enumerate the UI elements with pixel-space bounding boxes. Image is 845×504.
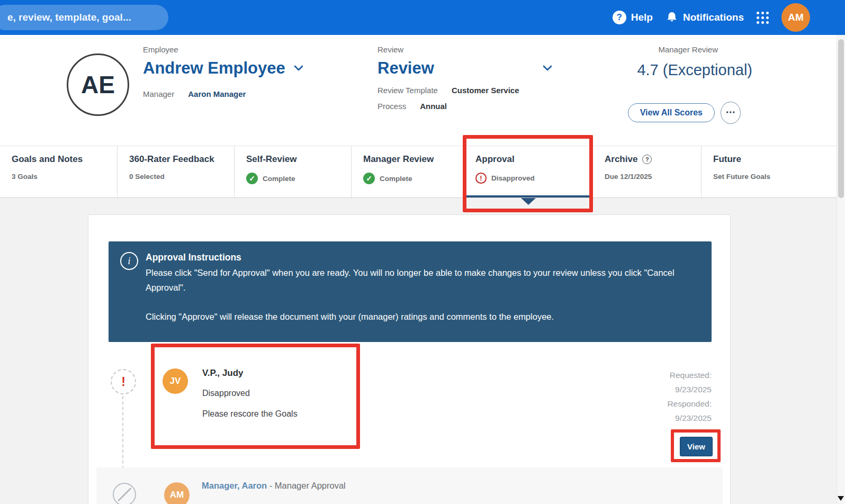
help-icon: ?: [613, 11, 626, 24]
search-input[interactable]: [0, 5, 168, 30]
review-header: AE Employee Andrew Employee Manager Aaro…: [0, 35, 845, 146]
timeline-pending-node: [113, 483, 136, 504]
manager-approval-line: Manager, Aaron - Manager Approval: [202, 481, 346, 491]
tab-goals-and-notes[interactable]: Goals and Notes 3 Goals: [0, 146, 118, 197]
approval-panel: i Approval Instructions Please click "Se…: [88, 214, 731, 504]
info-icon: i: [120, 252, 138, 270]
approval-dates: Requested: 9/23/2025 Responded: 9/23/202…: [667, 368, 712, 425]
view-button[interactable]: View: [680, 437, 713, 456]
review-template-label: Review Template: [377, 86, 438, 95]
employee-label: Employee: [143, 45, 303, 54]
more-options-button[interactable]: ⋯: [721, 102, 741, 124]
complete-check-icon: ✓: [363, 173, 375, 184]
overall-score: 4.7 (Exceptional): [637, 61, 752, 79]
review-title[interactable]: Review: [377, 59, 434, 78]
instructions-paragraph-1: Please click "Send for Approval" when yo…: [146, 265, 688, 295]
approver-avatar: JV: [163, 368, 188, 394]
manager-approval-suffix: - Manager Approval: [267, 481, 346, 490]
complete-check-icon: ✓: [246, 173, 258, 184]
manager-avatar: AM: [164, 482, 190, 504]
instructions-title: Approval Instructions: [146, 252, 688, 263]
review-step-tabs: Goals and Notes 3 Goals 360-Rater Feedba…: [0, 146, 845, 198]
employee-avatar: AE: [67, 53, 129, 116]
view-all-scores-button[interactable]: View All Scores: [628, 103, 715, 122]
tab-approval[interactable]: Approval ! Disapproved: [464, 146, 593, 197]
notifications-button[interactable]: Notifications: [666, 11, 744, 24]
tab-manager-review[interactable]: Manager Review ✓ Complete: [352, 146, 464, 197]
disapproved-icon: !: [475, 173, 487, 184]
approval-instructions-banner: i Approval Instructions Please click "Se…: [109, 241, 712, 342]
help-label: Help: [631, 12, 653, 23]
exclamation-icon: !: [121, 375, 125, 389]
manager-name-link[interactable]: Aaron Manager: [188, 89, 246, 98]
screen: ? Help Notifications AM AE Employee Andr…: [0, 0, 845, 504]
archive-help-icon[interactable]: ?: [642, 155, 652, 164]
approver-comment: Please rescore the Goals: [202, 409, 298, 419]
chevron-down-icon[interactable]: [543, 65, 552, 71]
tab-archive[interactable]: Archive ? Due 12/1/2025: [593, 146, 702, 197]
tab-self-review[interactable]: Self-Review ✓ Complete: [235, 146, 352, 197]
active-tab-pointer: [521, 198, 536, 205]
requested-date: 9/23/2025: [667, 382, 712, 397]
chevron-down-icon[interactable]: [294, 65, 303, 71]
tab-360-rater-feedback[interactable]: 360-Rater Feedback 0 Selected: [118, 146, 235, 197]
review-template-value: Customer Service: [452, 86, 519, 95]
timeline-error-node: !: [111, 369, 136, 394]
approver-name: V.P., Judy: [202, 368, 244, 379]
scrollbar-down-arrow[interactable]: [838, 496, 844, 501]
topbar: ? Help Notifications AM: [0, 0, 845, 35]
next-approver-row: [96, 467, 723, 504]
scrollbar-thumb[interactable]: [838, 39, 844, 198]
ellipsis-icon: ⋯: [726, 106, 736, 118]
employee-name[interactable]: Andrew Employee: [143, 59, 285, 78]
responded-label: Responded:: [667, 397, 712, 411]
review-label: Review: [377, 45, 552, 54]
tab-future[interactable]: Future Set Future Goals: [702, 146, 845, 197]
review-column: Review Review Review Template Customer S…: [377, 45, 552, 111]
manager-label: Manager: [143, 89, 174, 98]
user-avatar[interactable]: AM: [781, 3, 810, 32]
notifications-label: Notifications: [683, 12, 744, 23]
employee-column: Employee Andrew Employee Manager Aaron M…: [143, 45, 303, 98]
manager-review-label: Manager Review: [658, 45, 718, 54]
global-search[interactable]: [0, 5, 168, 30]
process-value: Annual: [420, 102, 447, 111]
approver-status: Disapproved: [202, 389, 250, 398]
help-button[interactable]: ? Help: [613, 11, 653, 24]
app-launcher-icon[interactable]: [757, 12, 769, 24]
responded-date: 9/23/2025: [667, 411, 712, 425]
manager-approver-link[interactable]: Manager, Aaron: [202, 481, 267, 490]
bell-icon: [666, 11, 678, 24]
instructions-paragraph-2: Clicking "Approve" will release the docu…: [146, 309, 688, 324]
process-label: Process: [377, 102, 406, 111]
topbar-actions: ? Help Notifications AM: [613, 0, 810, 35]
vertical-scrollbar[interactable]: [837, 35, 845, 504]
requested-label: Requested:: [667, 368, 712, 382]
